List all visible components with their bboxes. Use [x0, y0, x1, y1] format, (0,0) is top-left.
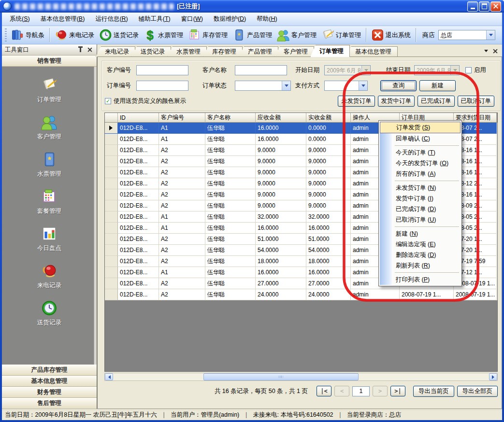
pin-button[interactable] — [76, 46, 84, 54]
sidebar-group-button[interactable]: 基本信息管理 — [2, 376, 97, 387]
customer-no-input[interactable] — [136, 65, 188, 75]
menu-item-S[interactable]: 系统(S) — [5, 13, 35, 25]
cell-customer_name: 伍华聪 — [205, 245, 256, 256]
context-menu-item-D[interactable]: 删除选定项 (D) — [380, 250, 461, 260]
scroll-right-button[interactable] — [489, 373, 497, 380]
toolbar-button-books[interactable]: 导航条 — [9, 28, 47, 42]
tabs-close-icon[interactable] — [493, 49, 497, 53]
table-header-2[interactable]: 客户编号 — [159, 113, 205, 123]
toolbar-button-people[interactable]: 客户管理 — [274, 28, 319, 42]
context-menu-item-R[interactable]: 刷新列表 (R) — [380, 260, 461, 271]
start-date-picker[interactable]: 2009年 6月 8日 — [324, 65, 371, 75]
sidebar-item-bar-chart[interactable]: 今日盘点 — [2, 225, 97, 253]
context-menu-item-N[interactable]: 新建 (N) — [380, 228, 461, 239]
filter-button-已取消订单[interactable]: 已取消订单 — [458, 96, 495, 107]
chevron-down-icon[interactable] — [484, 50, 488, 54]
filter-button-发货中订单[interactable]: 发货中订单 — [378, 96, 415, 107]
sidebar-item-scroll-pen[interactable]: 订单管理 — [2, 77, 97, 104]
context-menu-item-D[interactable]: 已完成订单 (D) — [380, 204, 461, 214]
row-selector-cell — [105, 178, 118, 189]
new-button[interactable]: 新建 — [419, 80, 456, 91]
enable-checkbox[interactable] — [465, 67, 472, 73]
pay-method-select[interactable] — [324, 81, 368, 91]
toolbar-button-clock[interactable]: 送货记录 — [97, 28, 141, 42]
context-menu-item-T[interactable]: 今天的订单 (T) — [380, 147, 461, 158]
order-status-select[interactable] — [235, 81, 291, 91]
sidebar-group-button[interactable]: 售后管理 — [2, 398, 97, 409]
toolbar-button-scroll-pen[interactable]: 订单管理 — [319, 28, 363, 42]
sidebar-item-calendar-grid[interactable]: 套餐管理 — [2, 188, 97, 215]
order-no-input[interactable] — [136, 81, 188, 91]
filter-button-未发货订单[interactable]: 未发货订单 — [338, 96, 375, 107]
sidebar-group-sales[interactable]: 销售管理 — [2, 56, 97, 67]
next-page-button[interactable]: > — [373, 386, 388, 396]
toolbar-button-calendar-grid[interactable]: 库存管理 — [186, 28, 230, 42]
maximize-button[interactable] — [479, 1, 490, 12]
context-menu-item-O[interactable]: 今天的发货订单 (O) — [380, 158, 461, 169]
sidebar-item-clock[interactable]: 送货记录 — [2, 300, 97, 327]
scrollbar-thumb[interactable] — [203, 373, 359, 380]
table-header-4[interactable]: 应收金额 — [256, 113, 306, 123]
toolbar-button-bell[interactable]: 来电记录 — [52, 28, 97, 42]
tab-基本信息管理[interactable]: 基本信息管理 — [346, 46, 398, 57]
query-button[interactable]: 查询 — [380, 80, 417, 91]
sidebar-item-people[interactable]: 客户管理 — [2, 114, 97, 141]
context-menu-item-N[interactable]: 未发货订单 (N) — [380, 183, 461, 193]
filter-button-已完成订单[interactable]: 已完成订单 — [418, 96, 455, 107]
context-menu-item-A[interactable]: 所有的订单 (A) — [380, 169, 461, 179]
page-number-input[interactable]: 1 — [352, 386, 370, 396]
cell-id: 012D-E8... — [118, 234, 159, 245]
delivery-color-checkbox[interactable]: ✓ — [105, 98, 111, 104]
sidebar-item-bell[interactable]: 来电记录 — [2, 263, 97, 290]
export-current-page-button[interactable]: 导出当前页 — [413, 386, 454, 397]
minimize-button[interactable] — [467, 1, 478, 12]
cell-id: 012D-E8... — [118, 123, 159, 134]
toolbar-button-exit[interactable]: 退出系统 — [369, 28, 413, 42]
table-header-5[interactable]: 实收金额 — [306, 113, 351, 123]
tab-来电记录[interactable]: 来电记录 — [96, 46, 135, 57]
statusbar-separator: ｜ — [243, 411, 249, 419]
tab-产品管理[interactable]: 产品管理 — [239, 46, 278, 57]
toolbar-button-blue-book[interactable]: 产品管理 — [230, 28, 274, 42]
tab-送货记录[interactable]: 送货记录 — [131, 46, 171, 57]
context-menu-item-E[interactable]: 编辑选定项 (E) — [380, 239, 461, 250]
scroll-left-button[interactable] — [105, 373, 113, 380]
sidebar-item-blue-book[interactable]: 水票管理 — [2, 151, 97, 178]
tab-库存管理[interactable]: 库存管理 — [203, 46, 243, 57]
tab-客户管理[interactable]: 客户管理 — [274, 46, 314, 57]
menu-item-D[interactable]: 数据维护(D) — [209, 13, 251, 25]
sidebar-group-button[interactable]: 财务管理 — [2, 387, 97, 398]
context-menu-item-P[interactable]: 打印列表 (P) — [380, 274, 461, 285]
table-row[interactable]: 012D-E8...A2伍华聪24.000024.0000admin2008-0… — [105, 289, 497, 300]
horizontal-scrollbar[interactable] — [104, 373, 498, 381]
menu-item-H[interactable]: 帮助(H) — [252, 13, 282, 25]
calendar-grid-icon — [41, 188, 58, 205]
menu-item-B[interactable]: 基本信息管理(B) — [36, 13, 90, 25]
context-menu-item-S[interactable]: 订单发货 (S) — [380, 122, 461, 133]
tab-水票管理[interactable]: 水票管理 — [167, 46, 207, 57]
end-date-picker[interactable]: 2009年 6月 8日 — [414, 65, 460, 75]
menu-item-W[interactable]: 窗口(W) — [176, 13, 208, 25]
menu-item-T[interactable]: 辅助工具(T) — [134, 13, 175, 25]
cell-customer_no: A1 — [159, 134, 205, 145]
prev-page-button[interactable]: < — [334, 386, 349, 396]
scrollbar-track[interactable] — [113, 373, 489, 380]
export-all-pages-button[interactable]: 导出全部页 — [457, 386, 498, 397]
toolbar-button-dollar[interactable]: $水票管理 — [141, 28, 186, 42]
sidebar-close-button[interactable] — [86, 46, 94, 54]
chevron-down-icon — [450, 66, 459, 75]
table-header-1[interactable]: ID — [118, 113, 159, 123]
context-menu-item-U[interactable]: 已取消订单 (U) — [380, 214, 461, 225]
application-window: [已注册] 系统(S)基本信息管理(B)运行信息(R)辅助工具(T)窗口(W)数… — [0, 0, 504, 422]
last-page-button[interactable]: >| — [390, 386, 405, 396]
shop-select[interactable]: 总店 — [438, 30, 495, 40]
context-menu-item-I[interactable]: 发货中订单 (I) — [380, 193, 461, 204]
close-button[interactable] — [490, 1, 501, 12]
table-header-3[interactable]: 客户名称 — [205, 113, 256, 123]
first-page-button[interactable]: |< — [317, 386, 331, 396]
context-menu-item-C[interactable]: 回单确认 (C) — [380, 133, 461, 144]
tab-订单管理[interactable]: 订单管理 — [310, 45, 350, 57]
customer-name-input[interactable] — [235, 65, 287, 75]
menu-item-R[interactable]: 运行信息(R) — [90, 13, 132, 25]
sidebar-group-button[interactable]: 产品库存管理 — [2, 365, 97, 376]
